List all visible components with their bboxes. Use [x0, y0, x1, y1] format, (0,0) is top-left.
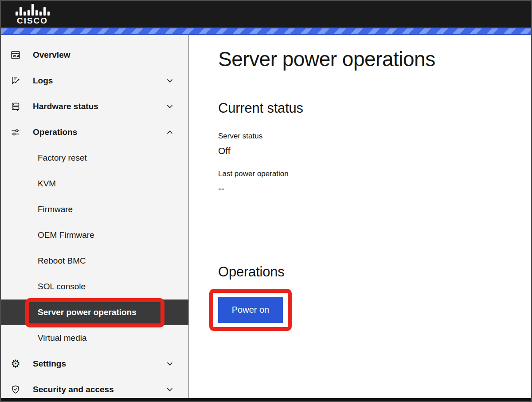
- sidebar-item-security-and-access[interactable]: Security and access: [1, 377, 188, 398]
- app-window: CISCO Overview: [0, 0, 532, 402]
- sidebar-item-label: Virtual media: [38, 333, 87, 343]
- chevron-down-icon[interactable]: [165, 76, 174, 85]
- sidebar-item-hardware-status[interactable]: Hardware status: [1, 94, 188, 119]
- main-content: Server power operations Current status S…: [189, 35, 531, 398]
- sidebar-item-kvm[interactable]: KVM: [1, 171, 188, 197]
- server-status-label: Server status: [218, 131, 513, 141]
- chevron-down-icon[interactable]: [165, 102, 174, 111]
- progress-stripe-bar: [1, 28, 531, 35]
- sidebar-item-label: Operations: [33, 127, 77, 137]
- last-power-operation-value: --: [218, 182, 513, 194]
- chevron-down-icon[interactable]: [165, 359, 174, 368]
- sidebar-item-overview[interactable]: Overview: [1, 42, 188, 68]
- bottom-border-strip: [1, 398, 531, 401]
- sidebar-item-label: Overview: [33, 50, 70, 60]
- server-status-value: Off: [218, 145, 513, 157]
- sidebar-item-operations[interactable]: Operations: [1, 119, 188, 145]
- sidebar-item-label: SOL console: [38, 282, 86, 292]
- sidebar-item-label: Settings: [33, 359, 66, 369]
- app-header: CISCO: [1, 1, 531, 28]
- sidebar-item-label: Server power operations: [38, 307, 137, 317]
- overview-icon: [10, 49, 21, 61]
- page-title: Server power operations: [218, 47, 513, 71]
- security-shield-icon: [10, 384, 21, 395]
- sidebar-nav: Overview Logs: [1, 35, 189, 398]
- cisco-logo: CISCO: [13, 4, 51, 25]
- sidebar-item-oem-firmware[interactable]: OEM Firmware: [1, 222, 188, 248]
- sidebar-item-sol-console[interactable]: SOL console: [1, 274, 188, 300]
- sidebar-item-label: Reboot BMC: [38, 256, 86, 266]
- operations-icon: [10, 126, 21, 138]
- red-highlight-annotation: Power on: [209, 289, 292, 331]
- server-status-field: Server status Off: [218, 131, 513, 157]
- sidebar-item-label: OEM Firmware: [38, 230, 94, 240]
- sidebar-item-label: KVM: [38, 179, 56, 189]
- sidebar-item-virtual-media[interactable]: Virtual media: [1, 325, 188, 351]
- sidebar-item-settings[interactable]: ⚙ Settings: [1, 351, 188, 377]
- hardware-status-icon: [10, 101, 21, 112]
- sidebar-item-label: Firmware: [38, 205, 73, 214]
- last-power-operation-field: Last power operation --: [218, 169, 513, 194]
- power-on-button[interactable]: Power on: [218, 297, 283, 323]
- sidebar-item-logs[interactable]: Logs: [1, 68, 188, 94]
- operations-heading: Operations: [218, 264, 513, 280]
- sidebar-item-server-power-operations[interactable]: Server power operations: [1, 300, 188, 325]
- sidebar-item-label: Hardware status: [33, 102, 98, 111]
- sidebar-item-reboot-bmc[interactable]: Reboot BMC: [1, 248, 188, 274]
- logs-icon: [10, 75, 21, 87]
- settings-icon: ⚙: [10, 358, 21, 370]
- cisco-logo-bars-icon: [16, 4, 50, 16]
- sidebar-item-firmware[interactable]: Firmware: [1, 197, 188, 222]
- sidebar-item-factory-reset[interactable]: Factory reset: [1, 145, 188, 171]
- cisco-logo-text: CISCO: [17, 16, 48, 25]
- last-power-operation-label: Last power operation: [218, 169, 513, 179]
- current-status-heading: Current status: [218, 100, 513, 116]
- chevron-down-icon[interactable]: [165, 385, 174, 394]
- chevron-up-icon[interactable]: [165, 128, 174, 137]
- sidebar-item-label: Logs: [33, 76, 53, 86]
- sidebar-item-label: Security and access: [33, 385, 114, 394]
- sidebar-item-label: Factory reset: [38, 153, 87, 163]
